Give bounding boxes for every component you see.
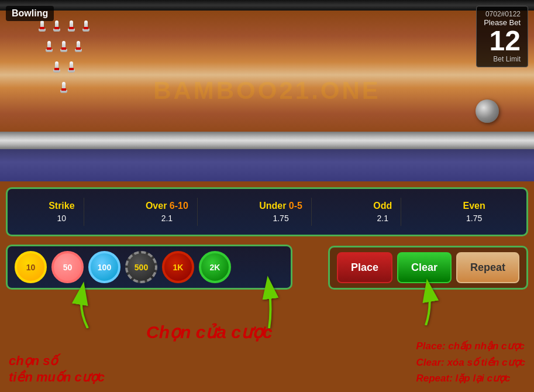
bowling-ball (476, 99, 499, 123)
buttons-arrow (408, 278, 443, 328)
betting-panel: Strike 10 Over 6-10 2.1 Under 0-5 1.75 O… (6, 187, 528, 236)
pin (53, 20, 61, 33)
bet-option-over-value: 2.1 (146, 214, 188, 223)
bet-option-odd[interactable]: Odd 2.1 (364, 198, 401, 226)
chip-10[interactable]: 10 (15, 251, 47, 283)
bottom-rail (0, 132, 534, 149)
buttons-annotation: Place: chấp nhận cược Clear: xóa số tiền… (416, 338, 525, 386)
chip-50[interactable]: 50 (51, 251, 84, 283)
pin (67, 61, 75, 74)
bet-option-even-value: 1.75 (463, 214, 485, 223)
bowling-title: Bowling (6, 6, 54, 21)
bet-option-strike-value: 10 (49, 214, 74, 223)
bottom-ui: Strike 10 Over 6-10 2.1 Under 0-5 1.75 O… (0, 181, 534, 392)
game-id: 0702#0122 (484, 10, 521, 18)
pin (45, 41, 53, 54)
bowling-lane: BAMBOO21.ONE Bowling 0702#0122 Please Be… (0, 0, 534, 181)
chip-100[interactable]: 100 (88, 251, 120, 283)
chip-500[interactable]: 500 (125, 251, 157, 283)
pin (82, 20, 90, 33)
bet-annotation: Chọn cửa cược (146, 322, 273, 342)
chip-1k[interactable]: 1K (162, 251, 194, 283)
countdown-number: 12 (484, 27, 521, 55)
pin (53, 61, 61, 74)
chip-2k[interactable]: 2K (199, 251, 231, 283)
lane-top-bar (0, 0, 534, 11)
lane-end (0, 149, 534, 181)
bet-option-even[interactable]: Even 1.75 (454, 198, 494, 226)
bet-option-under-value: 1.75 (259, 214, 302, 223)
chips-container: 10 50 100 500 1K 2K (6, 245, 292, 290)
chip-annotation: chọn số tiền muốn cược (9, 353, 105, 386)
bet-option-odd-value: 2.1 (373, 214, 392, 223)
bet-option-under-name: Under 0-5 (259, 201, 302, 211)
bet-option-over-name: Over 6-10 (146, 201, 188, 211)
pins-area (32, 20, 102, 126)
info-box: 0702#0122 Please Bet 12 Bet Limit (476, 6, 528, 67)
bet-option-odd-name: Odd (373, 201, 392, 211)
pin (38, 20, 46, 33)
bet-option-over[interactable]: Over 6-10 2.1 (137, 198, 198, 226)
bet-option-even-name: Even (463, 201, 485, 211)
place-button[interactable]: Place (337, 252, 392, 283)
bet-option-strike[interactable]: Strike 10 (40, 198, 84, 226)
pin (60, 82, 68, 95)
pin (60, 41, 68, 54)
bet-option-strike-name: Strike (49, 201, 74, 211)
bet-limit-label: Bet Limit (484, 55, 521, 63)
pin (74, 41, 82, 54)
bet-option-under[interactable]: Under 0-5 1.75 (250, 198, 312, 226)
chip-arrow (70, 281, 105, 331)
pin (67, 20, 75, 33)
repeat-button[interactable]: Repeat (456, 252, 519, 283)
